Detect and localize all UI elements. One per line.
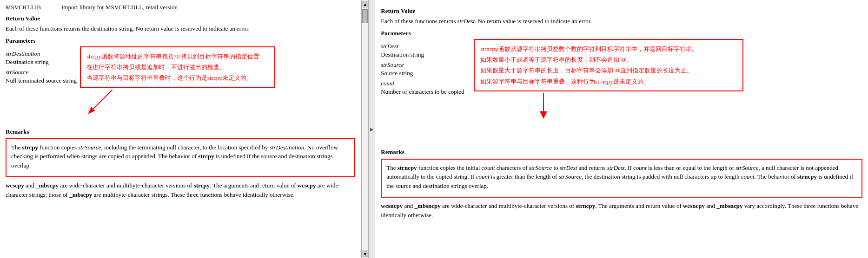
strSource-italic2: strSource bbox=[529, 164, 552, 171]
tooltip-box-right: strncpy函数从源字符串拷贝整数个数的字符到目标字符串中，并返回目标字符串。… bbox=[474, 35, 743, 96]
strSource-italic4: strSource bbox=[559, 173, 582, 180]
scroll-up[interactable]: ▲ bbox=[362, 1, 368, 7]
remarks-box-left: The strcpy function copies strSource, in… bbox=[6, 138, 355, 178]
remarks-header-left: Remarks bbox=[6, 128, 355, 135]
return-value-header-left: Return Value bbox=[6, 15, 355, 22]
count-italic1: count bbox=[482, 164, 495, 171]
tooltip-line4-right: 如果源字符串与目标字符串重叠，这种行为strncpy是未定义的。 bbox=[480, 76, 737, 87]
lib-row: MSVCRT.LIB Import library for MSVCRT.DLL… bbox=[6, 4, 355, 11]
param1-name-right: strDest bbox=[381, 43, 483, 50]
scroll-thumb[interactable] bbox=[362, 9, 368, 23]
wcscpy-ref: wcscpy bbox=[298, 182, 316, 189]
lib-desc: Import library for MSVCRT.DLL, retail ve… bbox=[61, 4, 178, 11]
left-panel: MSVCRT.LIB Import library for MSVCRT.DLL… bbox=[0, 0, 361, 258]
wcs-bold2: _mbscpy bbox=[36, 182, 59, 189]
scrollbar[interactable]: ▲ ▼ bbox=[361, 0, 369, 258]
count-italic3: count bbox=[476, 173, 490, 180]
tooltip-line1-left: strcpy函数将源地址的字符串包括'\0'拷贝到目标字符串的指定位置 bbox=[86, 51, 269, 62]
count-italic2: count bbox=[633, 164, 647, 171]
expand-divider[interactable]: ▶ bbox=[369, 0, 375, 258]
tooltip-content-right: strncpy函数从源字符串拷贝整数个数的字符到目标字符串中，并返回目标字符串。… bbox=[474, 39, 743, 92]
return-value-header-right: Return Value bbox=[381, 7, 862, 15]
wcs-text-right: wcsncpy and _mbsncpy are wide-character … bbox=[381, 201, 862, 219]
param3-name-right: strSource bbox=[381, 61, 483, 69]
wcs-text-left: wcscpy and _mbscpy are wide-character an… bbox=[6, 181, 355, 199]
tooltip-line1-right: strncpy函数从源字符串拷贝整数个数的字符到目标字符串中，并返回目标字符串。 bbox=[480, 44, 737, 54]
remarks-header-right: Remarks bbox=[381, 148, 862, 156]
strSource-italic1: strSource bbox=[78, 144, 101, 151]
right-panel: Return Value Each of these functions ret… bbox=[375, 0, 868, 258]
remarks-box-right: The strncpy function copies the initial … bbox=[381, 159, 862, 198]
param2-label-right: Destination string bbox=[381, 51, 483, 58]
expand-arrow[interactable]: ▶ bbox=[370, 127, 374, 132]
tooltip-line3-left: 当源字符串与目标字符串重叠时，这个行为是strcpy未定义的。 bbox=[86, 72, 269, 83]
return-value-text-left: Each of these functions returns the dest… bbox=[6, 24, 355, 33]
arrow-right bbox=[530, 93, 557, 118]
scroll-down[interactable]: ▼ bbox=[362, 251, 368, 257]
svg-line-1 bbox=[89, 90, 113, 113]
strDest-italic1: strDestination bbox=[270, 144, 304, 151]
wcsncpy-bold: wcsncpy bbox=[381, 202, 403, 209]
strcpy-bold1: strcpy bbox=[22, 144, 38, 151]
remarks-text-left: The strcpy function copies strSource, in… bbox=[11, 143, 350, 170]
mbscpy-ref: _mbscpy bbox=[69, 191, 92, 198]
mbsncpy-bold: _mbsncpy bbox=[414, 202, 440, 209]
remarks-text-right: The strncpy function copies the initial … bbox=[386, 163, 857, 191]
tooltip-box-left: strcpy函数将源地址的字符串包括'\0'拷贝到目标字符串的指定位置 在进行字… bbox=[80, 46, 275, 88]
wcs-bold1: wcscpy bbox=[6, 182, 24, 189]
param6-label-right: Number of characters to be copied bbox=[381, 88, 483, 96]
strncpy-bold1: strncpy bbox=[398, 164, 417, 171]
tooltip-line3-right: 如果数量大于源字符串的长度，目标字符串会添加'\0'直到指定数量的长度为止。 bbox=[480, 65, 737, 76]
tooltip-line2-right: 如果数量小于或者等于源字符串的长度，则不会追加'\0'。 bbox=[480, 54, 737, 65]
lib-name: MSVCRT.LIB bbox=[6, 4, 52, 11]
strDest-ret: strDest bbox=[457, 18, 475, 25]
strncpy-bold2: strncpy bbox=[797, 173, 817, 180]
param5-name-right: count bbox=[381, 80, 483, 87]
count-italic4: count bbox=[741, 173, 755, 180]
mbsncpy-ref: _mbsncpy bbox=[716, 202, 742, 209]
strSource-italic3: strSource bbox=[735, 164, 758, 171]
strcpy-bold2: strcpy bbox=[198, 153, 214, 160]
strDest-italic3: strDest bbox=[607, 164, 625, 171]
param4-label-right: Source string bbox=[381, 70, 483, 77]
strDest-italic2: strDest bbox=[560, 164, 577, 171]
arrow-left bbox=[85, 90, 140, 117]
strcpy-ref: strcpy bbox=[194, 182, 210, 189]
strncpy-ref: strncpy bbox=[576, 202, 595, 209]
tooltip-line2-left: 在进行字符串拷贝或是追加时，不进行溢出的检查。 bbox=[86, 62, 269, 72]
wcsncpy-ref: wcsncpy bbox=[683, 202, 705, 209]
return-value-text-right: Each of these functions returns strDest.… bbox=[381, 17, 862, 26]
